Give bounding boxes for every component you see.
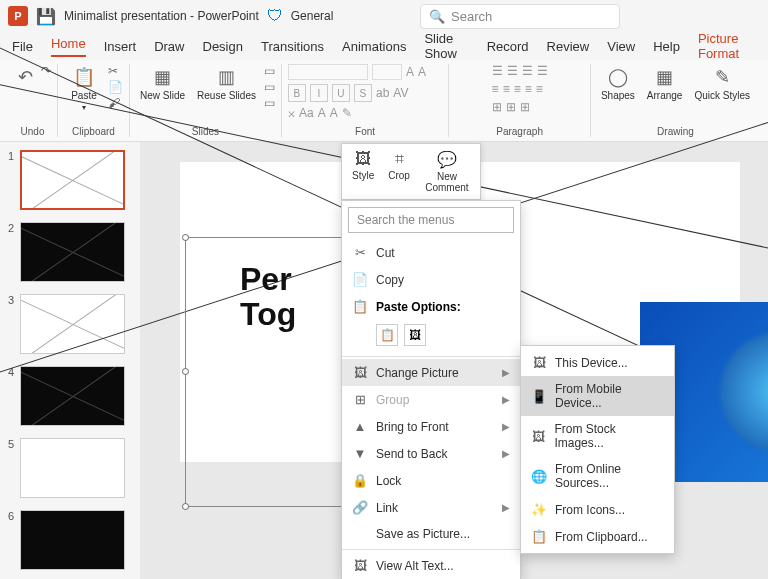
globe-icon: 🌐 — [531, 469, 547, 484]
menu-help[interactable]: Help — [653, 39, 680, 54]
clipboard-icon: 📋 — [352, 299, 368, 314]
bring-front-icon: ▲ — [352, 419, 368, 434]
alt-text-icon: 🖼 — [352, 558, 368, 573]
menu-animations[interactable]: Animations — [342, 39, 406, 54]
thumb-num: 1 — [8, 150, 14, 210]
quick-styles-button[interactable]: ✎Quick Styles — [690, 64, 754, 103]
ctx-save-as-picture[interactable]: Save as Picture... — [342, 521, 520, 547]
menu-slideshow[interactable]: Slide Show — [424, 31, 468, 61]
clipboard-icon: 📋 — [531, 529, 547, 544]
crop-button[interactable]: ⌗Crop — [382, 148, 416, 195]
thumb-num: 5 — [8, 438, 14, 498]
resize-handle[interactable] — [182, 503, 189, 510]
align-left-icon[interactable]: ≡ — [492, 82, 499, 96]
undo-button[interactable]: ↶ — [14, 64, 37, 90]
change-picture-submenu: 🖼This Device... 📱From Mobile Device... 🖼… — [520, 345, 675, 554]
reset-icon[interactable]: ▭ — [264, 80, 275, 94]
copy-icon[interactable]: 📄 — [108, 80, 123, 94]
slide-panel[interactable]: 1 2 3 4 5 6 — [0, 142, 140, 579]
ctx-view-alt-text[interactable]: 🖼View Alt Text... — [342, 552, 520, 579]
thumbnail-2[interactable] — [20, 222, 125, 282]
ctx-copy[interactable]: 📄Copy — [342, 266, 520, 293]
stock-icon: 🖼 — [531, 429, 546, 444]
thumbnail-3[interactable] — [20, 294, 125, 354]
strike-button[interactable]: S — [354, 84, 372, 102]
group-undo: Undo — [21, 126, 45, 137]
search-icon: 🔍 — [429, 9, 445, 24]
group-font: Font — [355, 126, 375, 137]
bold-button[interactable]: B — [288, 84, 306, 102]
italic-button[interactable]: I — [310, 84, 328, 102]
mini-toolbar: 🖼Style ⌗Crop 💬New Comment — [341, 143, 481, 200]
context-menu: Search the menus ✂Cut 📄Copy 📋Paste Optio… — [341, 200, 521, 579]
thumbnail-5[interactable] — [20, 438, 125, 498]
send-back-icon: ▼ — [352, 446, 368, 461]
new-comment-button[interactable]: 💬New Comment — [418, 148, 476, 195]
copy-icon: 📄 — [352, 272, 368, 287]
paste-option-keep[interactable]: 📋 — [376, 324, 398, 346]
menu-design[interactable]: Design — [203, 39, 243, 54]
cut-icon[interactable]: ✂ — [108, 64, 123, 78]
group-drawing: Drawing — [657, 126, 694, 137]
ctx-group: ⊞Group▶ — [342, 386, 520, 413]
change-picture-icon: 🖼 — [352, 365, 368, 380]
layout-icon[interactable]: ▭ — [264, 64, 275, 78]
menu-view[interactable]: View — [607, 39, 635, 54]
reuse-slides-button[interactable]: ▥Reuse Slides — [193, 64, 260, 103]
underline-button[interactable]: U — [332, 84, 350, 102]
document-title: Minimalist presentation - PowerPoint — [64, 9, 259, 23]
menu-search-input[interactable]: Search the menus — [348, 207, 514, 233]
resize-handle[interactable] — [182, 234, 189, 241]
sub-mobile-device[interactable]: 📱From Mobile Device... — [521, 376, 674, 416]
numbering-icon[interactable]: ☰ — [507, 64, 518, 78]
shapes-button[interactable]: ◯Shapes — [597, 64, 639, 103]
menu-file[interactable]: File — [12, 39, 33, 54]
menu-home[interactable]: Home — [51, 36, 86, 57]
thumbnail-6[interactable] — [20, 510, 125, 570]
ctx-lock[interactable]: 🔒Lock — [342, 467, 520, 494]
app-icon: P — [8, 6, 28, 26]
style-button[interactable]: 🖼Style — [346, 148, 380, 195]
icons-icon: ✨ — [531, 502, 547, 517]
search-input[interactable]: 🔍 Search — [420, 4, 620, 29]
thumbnail-1[interactable] — [20, 150, 125, 210]
ctx-cut[interactable]: ✂Cut — [342, 239, 520, 266]
save-icon[interactable]: 💾 — [36, 7, 56, 26]
device-icon: 🖼 — [531, 355, 547, 370]
sub-from-icons[interactable]: ✨From Icons... — [521, 496, 674, 523]
ctx-send-back[interactable]: ▼Send to Back▶ — [342, 440, 520, 467]
sub-this-device[interactable]: 🖼This Device... — [521, 349, 674, 376]
lock-icon: 🔒 — [352, 473, 368, 488]
menu-insert[interactable]: Insert — [104, 39, 137, 54]
shield-icon: 🛡 — [267, 7, 283, 25]
ctx-paste-options-header: 📋Paste Options: — [342, 293, 520, 320]
group-clipboard: Clipboard — [72, 126, 115, 137]
ctx-bring-front[interactable]: ▲Bring to Front▶ — [342, 413, 520, 440]
paste-button[interactable]: 📋Paste▾ — [64, 64, 104, 114]
group-paragraph: Paragraph — [496, 126, 543, 137]
menu-review[interactable]: Review — [547, 39, 590, 54]
slide-canvas[interactable]: PerTog ⟳ 0:28 PRESEN Mirjam Nilsson 🖼Sty… — [140, 142, 768, 579]
new-slide-button[interactable]: ▦New Slide — [136, 64, 189, 103]
sub-online-sources[interactable]: 🌐From Online Sources... — [521, 456, 674, 496]
search-placeholder: Search — [451, 9, 492, 24]
section-icon[interactable]: ▭ — [264, 96, 275, 110]
sub-stock-images[interactable]: 🖼From Stock Images... — [521, 416, 674, 456]
menu-draw[interactable]: Draw — [154, 39, 184, 54]
paste-option-picture[interactable]: 🖼 — [404, 324, 426, 346]
scissors-icon: ✂ — [352, 245, 368, 260]
menu-transitions[interactable]: Transitions — [261, 39, 324, 54]
resize-handle[interactable] — [182, 368, 189, 375]
arrange-button[interactable]: ▦Arrange — [643, 64, 687, 103]
bullets-icon[interactable]: ☰ — [492, 64, 503, 78]
ctx-link[interactable]: 🔗Link▶ — [342, 494, 520, 521]
menu-picture-format[interactable]: Picture Format — [698, 31, 756, 61]
ctx-change-picture[interactable]: 🖼Change Picture▶ — [342, 359, 520, 386]
sub-from-clipboard[interactable]: 📋From Clipboard... — [521, 523, 674, 550]
menu-record[interactable]: Record — [487, 39, 529, 54]
thumb-num: 6 — [8, 510, 14, 570]
mobile-icon: 📱 — [531, 389, 547, 404]
thumbnail-4[interactable] — [20, 366, 125, 426]
link-icon: 🔗 — [352, 500, 368, 515]
thumb-num: 4 — [8, 366, 14, 426]
